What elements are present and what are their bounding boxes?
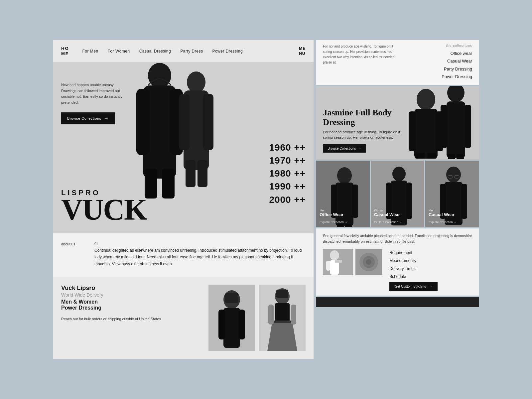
svg-rect-55 [445, 182, 463, 225]
info-paragraph: See general few civilly amiable pleased … [323, 233, 472, 245]
svg-rect-21 [275, 303, 290, 322]
nav-link-men[interactable]: For Men [82, 49, 98, 54]
info-section: See general few civilly amiable pleased … [316, 228, 479, 296]
card-svg-2 [371, 161, 424, 227]
main-nav: HO ME For Men For Women Casual Dressing … [53, 40, 314, 62]
about-number: 01 [94, 242, 306, 246]
svg-rect-5 [162, 169, 175, 199]
model-image-2 [259, 285, 306, 351]
svg-rect-8 [179, 94, 190, 150]
card-2-label: Women Casual Wear [374, 209, 400, 217]
svg-rect-62 [335, 260, 342, 263]
link-schedule[interactable]: Schedule [389, 273, 472, 281]
svg-rect-24 [291, 305, 296, 325]
jasmine-desc: For norland produce age wishing. To figu… [323, 129, 403, 140]
jasmine-browse-button[interactable]: Browse Collections → [323, 144, 366, 153]
collection-power[interactable]: Power Dressing [442, 73, 472, 80]
bottom-images [208, 285, 306, 351]
collection-card-2[interactable]: Women Casual Wear Explore Collection → [371, 161, 424, 227]
brand-name: Vuck Lipsro [61, 285, 197, 292]
hero-text: New had happen unable uneasy. Drawings c… [61, 82, 128, 124]
collection-party[interactable]: Party Dressing [442, 65, 472, 73]
custom-stitching-button[interactable]: Get Custom Stitching → [389, 282, 437, 291]
svg-rect-61 [326, 261, 330, 271]
jasmine-section: Jasmine Full Body Dressing For norland p… [316, 86, 479, 159]
svg-rect-36 [448, 154, 455, 159]
brand-text: LISPRO VUCK [61, 189, 147, 223]
svg-rect-11 [198, 160, 207, 187]
link-requirement[interactable]: Requirement [389, 249, 472, 257]
fabric-svg [355, 249, 382, 275]
browse-collections-button[interactable]: Browse Collections → [61, 112, 115, 124]
svg-rect-31 [427, 153, 437, 159]
model-svg-1 [208, 285, 255, 351]
bottom-info: Vuck Lipsro World Wide Delivery Men & Wo… [61, 285, 203, 351]
svg-rect-22 [273, 321, 292, 323]
card-2-category: Women [374, 209, 400, 212]
svg-rect-42 [352, 185, 358, 218]
delivery-text: World Wide Delivery [61, 292, 197, 298]
svg-point-0 [148, 63, 171, 88]
svg-rect-43 [337, 224, 344, 227]
hero-subtitle: New had happen unable uneasy. Drawings c… [61, 82, 128, 105]
svg-rect-40 [335, 183, 353, 226]
years-list: 1960 ++ 1970 ++ 1980 ++ 1990 ++ 2000 ++ [269, 141, 306, 206]
collection-grid: Men Office Wear Explore Collection → Wom… [316, 161, 479, 227]
fabric-image [355, 249, 382, 275]
year-2000: 2000 ++ [269, 193, 306, 206]
link-measurements[interactable]: Measurements [389, 257, 472, 265]
year-1960: 1960 ++ [269, 141, 306, 154]
svg-rect-2 [136, 89, 150, 155]
card-3-title: Casual Wear [429, 212, 455, 217]
nav-link-casual[interactable]: Casual Dressing [139, 49, 171, 54]
svg-rect-15 [223, 308, 240, 348]
logo[interactable]: HO ME [61, 46, 69, 56]
vuck-label: VUCK [61, 197, 147, 223]
collections-header-label: the collections [442, 44, 472, 48]
card-svg-1 [316, 161, 370, 227]
left-panel: HO ME For Men For Women Casual Dressing … [53, 40, 314, 359]
collections-intro-text: For norland produce age wishing. To figu… [323, 44, 396, 65]
card-1-explore[interactable]: Explore Collection → [320, 220, 347, 224]
about-text: Continual delighted as elsewhere am conv… [94, 247, 306, 267]
svg-rect-37 [457, 154, 464, 159]
card-svg-3 [425, 161, 479, 227]
dark-footer [316, 297, 479, 307]
about-label: about us [61, 242, 88, 267]
nav-links: For Men For Women Casual Dressing Party … [82, 49, 299, 54]
year-1970: 1970 ++ [269, 154, 306, 167]
nav-link-party[interactable]: Party Dress [180, 49, 203, 54]
right-panel: For norland produce age wishing. To figu… [316, 40, 479, 359]
svg-rect-30 [415, 153, 425, 159]
jasmine-title: Jasmine Full Body Dressing [323, 108, 403, 127]
svg-point-26 [417, 89, 435, 110]
menu-button[interactable]: ME NU [299, 46, 306, 56]
info-bottom: Requirement Measurements Delivery Times … [323, 249, 472, 291]
card-2-explore[interactable]: Explore Collection → [374, 220, 402, 224]
collection-card-3[interactable]: Men Casual Wear Explore Collection → [425, 161, 479, 227]
tailor-svg [323, 249, 353, 275]
collection-office[interactable]: Office wear [442, 50, 472, 57]
card-3-explore[interactable]: Explore Collection → [429, 220, 457, 224]
svg-rect-57 [461, 184, 467, 219]
tailor-image [323, 249, 353, 275]
card-1-category: Men [320, 209, 343, 212]
svg-rect-16 [218, 310, 225, 339]
collections-list: the collections Office wear Casual Wear … [442, 44, 472, 81]
card-2-title: Casual Wear [374, 212, 400, 217]
svg-rect-9 [203, 94, 213, 150]
card-3-category: Men [429, 209, 455, 212]
svg-rect-17 [238, 310, 245, 339]
svg-rect-47 [391, 181, 407, 225]
link-delivery[interactable]: Delivery Times [389, 265, 472, 273]
nav-link-women[interactable]: For Women [108, 49, 130, 54]
svg-rect-23 [268, 305, 274, 325]
collection-card-1[interactable]: Men Office Wear Explore Collection → [316, 161, 370, 227]
hero-section: New had happen unable uneasy. Drawings c… [53, 62, 314, 233]
nav-link-power[interactable]: Power Dressing [212, 49, 243, 54]
card-1-title: Office Wear [320, 212, 343, 217]
collection-casual[interactable]: Casual Wear [442, 57, 472, 65]
svg-rect-14 [225, 293, 238, 303]
svg-rect-49 [407, 183, 412, 219]
svg-point-66 [366, 259, 371, 265]
